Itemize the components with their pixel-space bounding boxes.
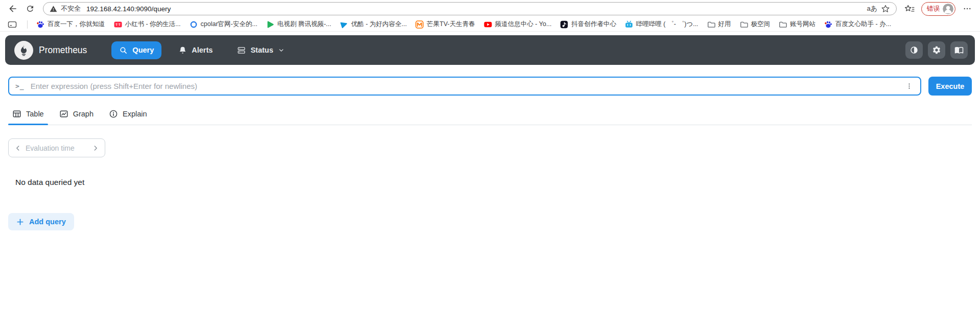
evaluation-time-back-button[interactable] <box>14 145 21 152</box>
input-options-button[interactable] <box>904 82 914 90</box>
bookmark-label: 账号网站 <box>790 20 815 29</box>
nav-query-label: Query <box>132 46 154 54</box>
bookmark-label: 优酷 - 为好内容全... <box>351 20 407 29</box>
evaluation-time-forward-button[interactable] <box>92 145 99 152</box>
nav-alerts-label: Alerts <box>192 46 213 54</box>
bookmarks-divider <box>27 20 28 29</box>
kebab-dots-icon <box>905 82 913 90</box>
contrast-icon <box>909 45 919 55</box>
empty-state-message: No data queried yet <box>15 178 980 187</box>
bookmark-item[interactable]: 电视剧 腾讯视频-... <box>266 20 332 29</box>
prometheus-navbar: Prometheus Query Alerts Status <box>5 35 975 65</box>
table-icon <box>12 109 21 119</box>
graph-icon <box>59 109 68 119</box>
brand[interactable]: Prometheus <box>14 41 87 60</box>
bookmark-item[interactable]: 芒果TV-天生青春 <box>415 20 475 29</box>
nav-status-label: Status <box>250 46 273 54</box>
baidu-paw-icon <box>824 20 832 29</box>
bookmark-label: 电视剧 腾讯视频-... <box>277 20 332 29</box>
bookmark-item[interactable]: 优酷 - 为好内容全... <box>340 20 407 29</box>
bookmark-label: 极空间 <box>751 20 771 29</box>
bookmark-label: 频道信息中心 - Yo... <box>495 20 552 29</box>
profile-error-label: 错误 <box>927 5 940 13</box>
address-bar[interactable]: 不安全 192.168.42.140:9090/query aあ <box>43 2 897 15</box>
folder-icon <box>707 20 715 29</box>
bookmark-label: 百度文心助手 - 办... <box>835 20 891 29</box>
execute-button[interactable]: Execute <box>928 77 972 96</box>
browser-toolbar: 不安全 192.168.42.140:9090/query aあ 错误 <box>0 0 980 17</box>
cpolar-ring-icon <box>190 20 198 29</box>
add-query-button[interactable]: Add query <box>8 213 74 230</box>
chevron-left-icon <box>14 145 21 152</box>
theme-toggle-button[interactable] <box>905 41 923 59</box>
server-icon <box>237 46 246 55</box>
youku-play-icon <box>340 20 348 29</box>
sidebar-toggle-button[interactable] <box>6 17 18 32</box>
profile-button[interactable]: 错误 <box>921 2 955 16</box>
nav-query[interactable]: Query <box>111 41 161 59</box>
bookmark-item[interactable]: 极空间 <box>740 20 771 29</box>
tab-table[interactable]: Table <box>8 105 48 125</box>
bookmark-item[interactable]: 百度一下，你就知道 <box>36 20 105 29</box>
favorites-list-icon <box>904 4 915 14</box>
tab-explain[interactable]: Explain <box>105 105 151 125</box>
bookmark-label: 好用 <box>718 20 731 29</box>
bookmark-label: 小红书 - 你的生活... <box>125 20 181 29</box>
tab-bar: Table Graph Explain <box>8 105 972 125</box>
browser-window: 不安全 192.168.42.140:9090/query aあ 错误 百度一下… <box>0 0 980 330</box>
nav-alerts[interactable]: Alerts <box>171 41 220 59</box>
url-text: 192.168.42.140:9090/query <box>86 5 171 13</box>
folder-icon <box>740 20 748 29</box>
info-circle-icon <box>109 109 118 119</box>
bookmark-item[interactable]: 小红书 - 你的生活... <box>114 20 181 29</box>
avatar <box>943 4 953 14</box>
bookmark-label: 芒果TV-天生青春 <box>427 20 475 29</box>
docs-button[interactable] <box>950 41 968 59</box>
bookmark-item[interactable]: 哔哩哔哩 ( ゜- ゜)つ... <box>625 20 698 29</box>
bookmark-item[interactable]: 频道信息中心 - Yo... <box>484 20 552 29</box>
bookmark-item[interactable]: 百度文心助手 - 办... <box>824 20 891 29</box>
navbar-actions <box>905 41 968 59</box>
back-button[interactable] <box>5 2 20 16</box>
book-icon <box>954 45 964 55</box>
more-dots-icon <box>963 4 972 13</box>
expression-input[interactable] <box>31 82 904 90</box>
favorites-hub-button[interactable] <box>902 2 917 16</box>
query-row: >_ Execute <box>8 77 972 96</box>
favorite-star-icon[interactable] <box>881 4 890 13</box>
bookmark-label: 抖音创作者中心 <box>571 20 616 29</box>
tab-explain-label: Explain <box>123 110 147 118</box>
tab-graph[interactable]: Graph <box>55 105 98 125</box>
security-warning-icon <box>50 5 57 13</box>
tab-graph-label: Graph <box>73 110 94 118</box>
youtube-icon <box>484 20 492 29</box>
security-label: 不安全 <box>61 4 81 13</box>
nav-status[interactable]: Status <box>229 41 292 59</box>
add-query-label: Add query <box>29 218 66 226</box>
terminal-prompt-icon: >_ <box>15 82 25 90</box>
settings-button[interactable] <box>928 41 945 59</box>
bookmark-item[interactable]: 账号网站 <box>779 20 815 29</box>
bookmarks-bar: 百度一下，你就知道 小红书 - 你的生活... cpolar官网-安全的... … <box>0 17 980 32</box>
bookmark-item[interactable]: cpolar官网-安全的... <box>190 20 258 29</box>
baidu-paw-icon <box>36 20 44 29</box>
search-icon <box>119 46 128 55</box>
back-arrow-icon <box>8 4 18 14</box>
xiaohongshu-icon <box>114 20 122 29</box>
chevron-down-icon <box>278 47 285 54</box>
bookmark-item[interactable]: 好用 <box>707 20 731 29</box>
refresh-button[interactable] <box>22 2 38 16</box>
prometheus-page: Prometheus Query Alerts Status <box>0 35 980 330</box>
bookmark-item[interactable]: 抖音创作者中心 <box>560 20 616 29</box>
brand-name: Prometheus <box>39 45 87 56</box>
douyin-note-icon <box>560 20 568 29</box>
bookmark-label: 哔哩哔哩 ( ゜- ゜)つ... <box>636 20 698 29</box>
chevron-right-icon <box>92 145 99 152</box>
translate-icon[interactable]: aあ <box>867 4 877 13</box>
evaluation-time-input[interactable] <box>26 144 88 152</box>
mgtv-icon <box>415 20 424 29</box>
browser-menu-button[interactable] <box>960 2 975 16</box>
evaluation-time-picker[interactable] <box>8 138 105 157</box>
expression-input-wrapper[interactable]: >_ <box>8 77 921 96</box>
folder-icon <box>779 20 787 29</box>
